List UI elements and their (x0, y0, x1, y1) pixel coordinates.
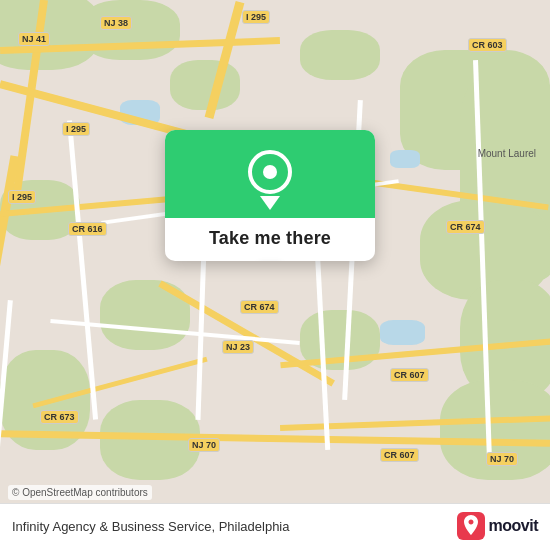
road-label-i295-far: I 295 (8, 190, 36, 204)
water-area (390, 150, 420, 168)
road-label-cr674-mid: CR 674 (240, 300, 279, 314)
road-label-cr673: CR 673 (40, 410, 79, 424)
mount-laurel-label: Mount Laurel (478, 148, 536, 159)
pin-outer-circle (248, 150, 292, 194)
road-label-nj41: NJ 41 (18, 32, 50, 46)
road-label-cr603: CR 603 (468, 38, 507, 52)
water-area (380, 320, 425, 345)
map-background (0, 0, 550, 550)
popup-green-header (165, 130, 375, 218)
popup-button-area: Take me there (165, 218, 375, 261)
moovit-icon (457, 512, 485, 540)
bottom-bar: Infinity Agency & Business Service, Phil… (0, 503, 550, 550)
take-me-there-button[interactable]: Take me there (209, 228, 331, 249)
road-label-cr607-bot: CR 607 (380, 448, 419, 462)
location-pin-icon (248, 150, 292, 202)
popup-card: Take me there (165, 130, 375, 261)
road-label-nj23: NJ 23 (222, 340, 254, 354)
road-label-nj70-right: NJ 70 (486, 452, 518, 466)
road-label-nj70: NJ 70 (188, 438, 220, 452)
road-label-cr607-top: CR 607 (390, 368, 429, 382)
business-name-label: Infinity Agency & Business Service, Phil… (12, 519, 457, 534)
map-container[interactable]: NJ 41 NJ 38 I 295 CR 603 I 295 I 295 CR … (0, 0, 550, 550)
pin-tail (260, 196, 280, 210)
road-label-nj38: NJ 38 (100, 16, 132, 30)
road-label-cr674-right: CR 674 (446, 220, 485, 234)
green-area (300, 30, 380, 80)
road-label-cr616: CR 616 (68, 222, 107, 236)
pin-inner-circle (263, 165, 277, 179)
green-area (170, 60, 240, 110)
road-label-i295-top: I 295 (242, 10, 270, 24)
osm-attribution: © OpenStreetMap contributors (8, 485, 152, 500)
moovit-text: moovit (489, 517, 538, 535)
moovit-logo: moovit (457, 512, 538, 540)
road-label-i295-left: I 295 (62, 122, 90, 136)
green-area (80, 0, 180, 60)
